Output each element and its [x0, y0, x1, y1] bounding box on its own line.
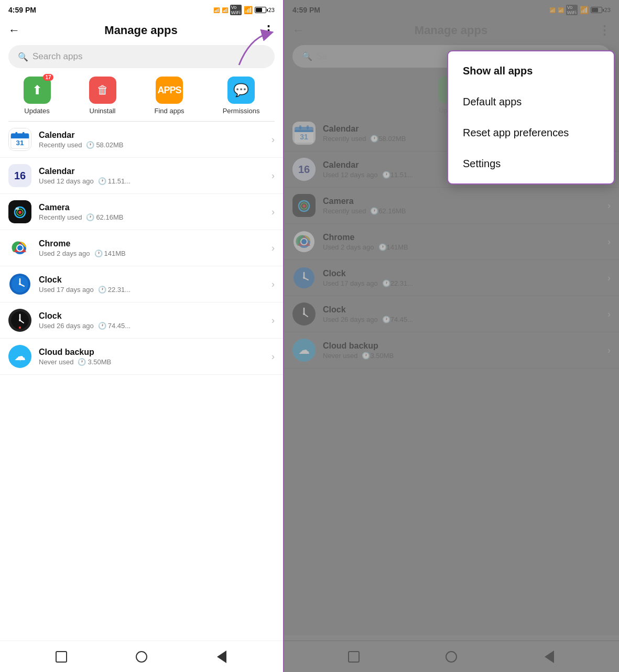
app-icon-calendar-16: 16 — [8, 164, 31, 187]
search-placeholder-left: Search apps — [32, 51, 82, 62]
updates-label: Updates — [24, 107, 49, 115]
chevron-right-icon: › — [272, 243, 275, 254]
findapps-icon-symbol: APPS — [158, 85, 181, 96]
app-info: Clock Used 26 days ago 🕐74.45... — [39, 311, 264, 330]
app-usage: Used 17 days ago — [39, 286, 94, 294]
app-name: Clock — [39, 275, 264, 285]
app-name: Chrome — [39, 239, 264, 248]
dropdown-menu: Show all apps Default apps Reset app pre… — [447, 50, 615, 185]
app-usage: Recently used — [39, 213, 82, 221]
header-right: ← Manage apps ⋮ — [284, 19, 619, 42]
list-item[interactable]: ☁ ↑ Cloud backup Never used 🕐3.50MB › — [0, 339, 283, 375]
clock-icon: 🕐 — [94, 250, 103, 257]
svg-text:31: 31 — [16, 139, 24, 147]
nav-triangle-icon-right — [545, 651, 554, 663]
sim-icon: 📶 — [213, 7, 220, 13]
chevron-right-icon: › — [272, 207, 275, 218]
dropdown-item-default-apps[interactable]: Default apps — [448, 86, 614, 117]
clock-icon: 🕐 — [78, 358, 86, 366]
back-button-left[interactable]: ← — [8, 24, 20, 37]
svg-rect-5 — [15, 132, 17, 136]
chevron-right-icon: › — [272, 351, 275, 362]
list-item[interactable]: Clock Used 17 days ago 🕐22.31... › — [0, 266, 283, 302]
app-list-left: 31 Calendar Recently used 🕐58.02MB › — [0, 122, 283, 641]
search-bar-left[interactable]: 🔍 Search apps — [8, 45, 275, 68]
app-meta: Used 12 days ago 🕐11.51... — [39, 177, 264, 185]
app-info: Chrome Used 2 days ago 🕐141MB — [323, 233, 600, 251]
app-name: Cloud backup — [39, 348, 264, 357]
app-name: Camera — [39, 203, 264, 212]
dropdown-item-show-all-apps[interactable]: Show all apps — [448, 56, 614, 86]
app-icon-cloud-backup: ☁ ↑ — [8, 345, 31, 368]
app-size: 🕐141MB — [94, 250, 126, 257]
quick-actions: ⬆ 17 Updates 🗑 Uninstall APPS Find apps … — [0, 73, 283, 121]
app-info: Chrome Used 2 days ago 🕐141MB — [39, 239, 264, 257]
app-meta: Recently used 🕐58.02MB — [39, 141, 264, 149]
vowifi-icon: VoWiFi — [230, 5, 242, 15]
clock-icon: 🕐 — [98, 322, 106, 330]
status-icons-right: 📶 📶 VoWiFi 📶 23 — [549, 5, 611, 15]
app-meta: Used 2 days ago 🕐141MB — [323, 243, 600, 251]
app-usage: Recently used — [39, 141, 82, 149]
nav-home-button-right[interactable] — [444, 649, 459, 664]
list-item[interactable]: Chrome Used 2 days ago 🕐141MB › — [0, 230, 283, 266]
clock-icon: 🕐 — [98, 286, 106, 294]
app-size: 🕐58.02MB — [86, 141, 123, 149]
list-item[interactable]: 16 Calendar Used 12 days ago 🕐11.51... › — [0, 158, 283, 194]
app-info: Clock Used 17 days ago 🕐22.31... — [323, 269, 600, 287]
left-phone-panel: 4:59 PM 📶 📶 VoWiFi 📶 23 ← Manage apps ⋮ … — [0, 0, 283, 672]
svg-point-44 — [302, 204, 306, 208]
nav-recent-button[interactable] — [54, 649, 69, 664]
overflow-menu-button-right[interactable]: ⋮ — [598, 23, 611, 38]
clock-icon: 🕐 — [98, 177, 106, 185]
search-icon-right: 🔍 — [302, 51, 312, 61]
uninstall-icon: 🗑 — [89, 77, 116, 104]
svg-text:↑: ↑ — [18, 355, 21, 363]
nav-home-button[interactable] — [134, 649, 149, 664]
nav-back-button-right[interactable] — [542, 649, 557, 664]
signal-icon: 📶 — [222, 7, 228, 13]
nav-bar-left — [0, 641, 283, 672]
uninstall-icon-symbol: 🗑 — [97, 83, 108, 97]
app-size: 🕐74.45... — [98, 322, 131, 330]
quick-action-uninstall[interactable]: 🗑 Uninstall — [89, 77, 116, 115]
overflow-menu-button-left[interactable]: ⋮ — [262, 23, 275, 38]
app-info: Calendar Recently used 🕐58.02MB — [39, 131, 264, 149]
nav-circle-icon — [136, 651, 147, 663]
app-icon-camera — [8, 200, 31, 223]
svg-text:16: 16 — [298, 164, 310, 175]
quick-action-findapps[interactable]: APPS Find apps — [155, 77, 184, 115]
dropdown-item-settings[interactable]: Settings — [448, 148, 614, 179]
status-bar-left: 4:59 PM 📶 📶 VoWiFi 📶 23 — [0, 0, 283, 19]
quick-action-updates[interactable]: ⬆ 17 Updates — [24, 77, 51, 115]
app-meta: Never used 🕐3.50MB — [323, 352, 600, 360]
list-item[interactable]: 31 Calendar Recently used 🕐58.02MB › — [0, 122, 283, 158]
app-meta: Never used 🕐3.50MB — [39, 358, 264, 366]
app-meta: Used 17 days ago 🕐22.31... — [323, 279, 600, 287]
app-usage: Used 26 days ago — [39, 322, 94, 330]
nav-square-icon-right — [348, 651, 360, 663]
chevron-right-icon: › — [607, 345, 611, 356]
svg-text:31: 31 — [300, 133, 308, 141]
search-placeholder-right: Se — [317, 52, 327, 61]
updates-icon-symbol: ⬆ — [32, 83, 42, 97]
chevron-right-icon: › — [607, 236, 611, 247]
svg-point-27 — [19, 319, 21, 321]
app-meta: Used 17 days ago 🕐22.31... — [39, 286, 264, 294]
nav-recent-button-right[interactable] — [346, 649, 361, 664]
svg-point-52 — [303, 277, 305, 279]
svg-text:16: 16 — [14, 170, 26, 181]
app-usage: Never used — [39, 358, 73, 366]
dropdown-item-reset-prefs[interactable]: Reset app preferences — [448, 117, 614, 148]
svg-point-48 — [301, 239, 307, 244]
svg-rect-38 — [307, 125, 309, 129]
svg-point-22 — [19, 283, 21, 285]
list-item[interactable]: Clock Used 26 days ago 🕐74.45... › — [0, 302, 283, 339]
nav-back-button[interactable] — [214, 649, 229, 664]
quick-action-permissions[interactable]: 💬 Permissions — [223, 77, 260, 115]
app-info: Clock Used 17 days ago 🕐22.31... — [39, 275, 264, 294]
nav-square-icon — [56, 651, 67, 663]
list-item[interactable]: Camera Recently used 🕐62.16MB › — [0, 194, 283, 230]
app-info: Clock Used 26 days ago 🕐74.45... — [323, 305, 600, 323]
vowifi-icon-right: VoWiFi — [566, 5, 578, 15]
